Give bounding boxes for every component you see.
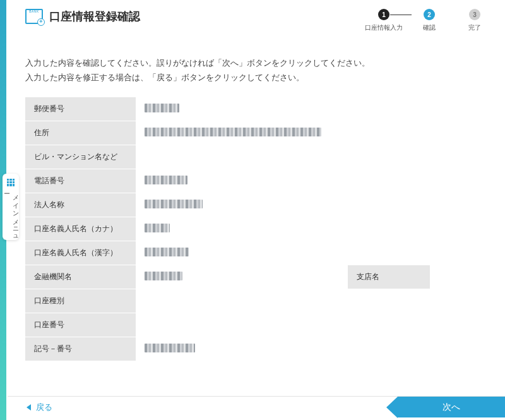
row-phone: 電話番号 <box>25 169 497 193</box>
row-kanji: 口座名義人氏名（漢字） <box>25 241 497 265</box>
label-phone: 電話番号 <box>25 169 136 193</box>
row-num: 口座番号 <box>25 313 497 337</box>
value-phone <box>136 169 497 193</box>
bank-plus-icon <box>25 9 43 24</box>
label-bank: 金融機関名 <box>25 265 136 289</box>
value-kanji <box>136 241 497 265</box>
label-building: ビル・マンション名など <box>25 145 136 169</box>
next-button[interactable]: 次へ <box>398 397 505 417</box>
instruction-line-1: 入力した内容を確認してください。誤りがなければ「次へ」ボタンをクリックしてくださ… <box>25 56 497 71</box>
row-postal: 郵便番号 <box>25 97 497 121</box>
label-corp: 法人名称 <box>25 193 136 217</box>
value-building <box>136 145 497 169</box>
back-button[interactable]: 戻る <box>8 397 52 417</box>
value-type <box>136 289 497 313</box>
main-menu-tab[interactable]: メインメニュー <box>3 174 19 240</box>
row-kana: 口座名義人氏名（カナ） <box>25 217 497 241</box>
value-address <box>136 121 497 145</box>
value-num <box>136 313 497 337</box>
label-type: 口座種別 <box>25 289 136 313</box>
step-3-label: 完了 <box>468 23 481 32</box>
label-branch: 支店名 <box>348 265 430 289</box>
step-2-number: 2 <box>424 9 435 20</box>
value-symnum <box>136 337 497 361</box>
step-1-number: 1 <box>378 9 389 20</box>
main-menu-label: メインメニュー <box>2 190 20 240</box>
confirmation-table: 郵便番号 住所 ビル・マンション名など 電話番号 法人名称 口座名義人氏名（カナ… <box>25 97 497 361</box>
page-title: 口座情報登録確認 <box>49 9 140 24</box>
instruction-line-2: 入力した内容を修正する場合は、「戻る」ボタンをクリックしてください。 <box>25 71 497 85</box>
label-postal: 郵便番号 <box>25 97 136 121</box>
label-kanji: 口座名義人氏名（漢字） <box>25 241 136 265</box>
row-symnum: 記号－番号 <box>25 337 497 361</box>
step-3-number: 3 <box>469 9 480 20</box>
row-building: ビル・マンション名など <box>25 145 497 169</box>
header: 口座情報登録確認 1 口座情報入力 2 確認 3 完了 <box>25 9 497 32</box>
row-bank: 金融機関名 支店名 <box>25 265 497 289</box>
next-label: 次へ <box>443 402 460 413</box>
step-1: 1 口座情報入力 <box>361 9 407 32</box>
step-1-label: 口座情報入力 <box>365 23 403 32</box>
back-label: 戻る <box>36 402 52 413</box>
value-branch <box>430 265 497 289</box>
step-2: 2 確認 <box>407 9 452 32</box>
label-address: 住所 <box>25 121 136 145</box>
label-num: 口座番号 <box>25 313 136 337</box>
stepper: 1 口座情報入力 2 確認 3 完了 <box>361 9 497 32</box>
chevron-left-icon <box>27 404 31 411</box>
header-left: 口座情報登録確認 <box>25 9 140 24</box>
bottom-nav: 戻る 次へ <box>8 396 505 417</box>
label-kana: 口座名義人氏名（カナ） <box>25 217 136 241</box>
content: 口座情報登録確認 1 口座情報入力 2 確認 3 完了 入力した内容を確認してく… <box>25 9 497 395</box>
label-symnum: 記号－番号 <box>25 337 136 361</box>
row-corp: 法人名称 <box>25 193 497 217</box>
step-3: 3 完了 <box>452 9 497 32</box>
value-corp <box>136 193 497 217</box>
row-type: 口座種別 <box>25 289 497 313</box>
next-arrow-gap-icon <box>375 397 384 418</box>
value-kana <box>136 217 497 241</box>
value-bank <box>136 265 348 289</box>
step-2-label: 確認 <box>423 23 436 32</box>
row-address: 住所 <box>25 121 497 145</box>
instructions: 入力した内容を確認してください。誤りがなければ「次へ」ボタンをクリックしてくださ… <box>25 56 497 85</box>
apps-grid-icon <box>7 179 15 186</box>
value-postal <box>136 97 497 121</box>
